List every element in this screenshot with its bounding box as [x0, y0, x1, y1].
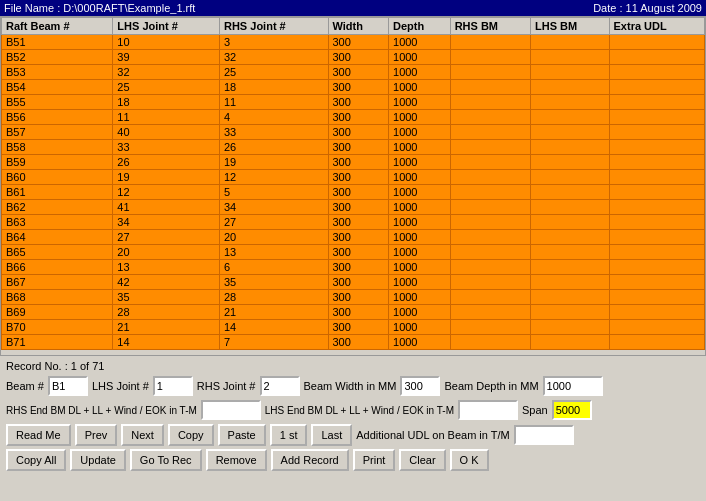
- data-table-container[interactable]: Raft Beam # LHS Joint # RHS Joint # Widt…: [0, 16, 706, 356]
- table-row[interactable]: B6928213001000: [2, 305, 705, 320]
- beam-width-input[interactable]: [400, 376, 440, 396]
- table-row[interactable]: B711473001000: [2, 335, 705, 350]
- additional-udl-input[interactable]: [514, 425, 574, 445]
- col-header-depth: Depth: [389, 18, 451, 35]
- beam-label: Beam #: [6, 380, 44, 392]
- col-header-width: Width: [328, 18, 389, 35]
- table-row[interactable]: B611253001000: [2, 185, 705, 200]
- table-row[interactable]: B5239323001000: [2, 50, 705, 65]
- table-row[interactable]: B6019123001000: [2, 170, 705, 185]
- rhs-joint-input[interactable]: [260, 376, 300, 396]
- col-header-lhs-joint: LHS Joint #: [113, 18, 220, 35]
- last-button[interactable]: Last: [311, 424, 352, 446]
- bottom-panel: Record No. : 1 of 71 Beam # LHS Joint # …: [0, 356, 706, 478]
- lhs-bm-input[interactable]: [458, 400, 518, 420]
- copy-button[interactable]: Copy: [168, 424, 214, 446]
- table-row[interactable]: B7021143001000: [2, 320, 705, 335]
- form-row-2: RHS End BM DL + LL + Wind / EOK in T-M L…: [6, 400, 700, 420]
- rhs-bm-label: RHS End BM DL + LL + Wind / EOK in T-M: [6, 405, 197, 416]
- table-row[interactable]: B5425183001000: [2, 80, 705, 95]
- go-to-rec-button[interactable]: Go To Rec: [130, 449, 202, 471]
- table-row[interactable]: B6241343001000: [2, 200, 705, 215]
- table-row[interactable]: B511033001000: [2, 35, 705, 50]
- beam-width-label: Beam Width in MM: [304, 380, 397, 392]
- table-row[interactable]: B5740333001000: [2, 125, 705, 140]
- lhs-bm-label: LHS End BM DL + LL + Wind / EOK in T-M: [265, 405, 454, 416]
- button-row-2: Copy All Update Go To Rec Remove Add Rec…: [6, 449, 700, 471]
- span-input[interactable]: [552, 400, 592, 420]
- rhs-bm-input[interactable]: [201, 400, 261, 420]
- date-label: Date : 11 August 2009: [593, 2, 702, 14]
- table-row[interactable]: B6835283001000: [2, 290, 705, 305]
- form-row-1: Beam # LHS Joint # RHS Joint # Beam Widt…: [6, 376, 700, 396]
- col-header-rhs-bm: RHS BM: [450, 18, 530, 35]
- filename-label: File Name : D:\000RAFT\Example_1.rft: [4, 2, 195, 14]
- table-row[interactable]: B6427203001000: [2, 230, 705, 245]
- table-row[interactable]: B5332253001000: [2, 65, 705, 80]
- update-button[interactable]: Update: [70, 449, 125, 471]
- table-row[interactable]: B661363001000: [2, 260, 705, 275]
- button-row-1: Read Me Prev Next Copy Paste 1 st Last A…: [6, 424, 700, 446]
- table-row[interactable]: B5926193001000: [2, 155, 705, 170]
- title-bar: File Name : D:\000RAFT\Example_1.rft Dat…: [0, 0, 706, 16]
- rhs-joint-label: RHS Joint #: [197, 380, 256, 392]
- table-row[interactable]: B6742353001000: [2, 275, 705, 290]
- read-me-button[interactable]: Read Me: [6, 424, 71, 446]
- span-label: Span: [522, 404, 548, 416]
- prev-button[interactable]: Prev: [75, 424, 118, 446]
- next-button[interactable]: Next: [121, 424, 164, 446]
- data-table: Raft Beam # LHS Joint # RHS Joint # Widt…: [1, 17, 705, 350]
- col-header-extra-udl: Extra UDL: [609, 18, 704, 35]
- table-row[interactable]: B6520133001000: [2, 245, 705, 260]
- col-header-rhs-joint: RHS Joint #: [219, 18, 328, 35]
- beam-input[interactable]: [48, 376, 88, 396]
- table-row[interactable]: B5518113001000: [2, 95, 705, 110]
- first-button[interactable]: 1 st: [270, 424, 308, 446]
- beam-depth-label: Beam Depth in MM: [444, 380, 538, 392]
- table-row[interactable]: B6334273001000: [2, 215, 705, 230]
- remove-button[interactable]: Remove: [206, 449, 267, 471]
- table-row[interactable]: B561143001000: [2, 110, 705, 125]
- record-info: Record No. : 1 of 71: [6, 360, 700, 372]
- table-row[interactable]: B5833263001000: [2, 140, 705, 155]
- col-header-raft-beam: Raft Beam #: [2, 18, 113, 35]
- clear-button[interactable]: Clear: [399, 449, 445, 471]
- col-header-lhs-bm: LHS BM: [531, 18, 610, 35]
- print-button[interactable]: Print: [353, 449, 396, 471]
- lhs-joint-label: LHS Joint #: [92, 380, 149, 392]
- lhs-joint-input[interactable]: [153, 376, 193, 396]
- add-record-button[interactable]: Add Record: [271, 449, 349, 471]
- beam-depth-input[interactable]: [543, 376, 603, 396]
- ok-button[interactable]: O K: [450, 449, 489, 471]
- copy-all-button[interactable]: Copy All: [6, 449, 66, 471]
- additional-udl-label: Additional UDL on Beam in T/M: [356, 429, 509, 441]
- paste-button[interactable]: Paste: [218, 424, 266, 446]
